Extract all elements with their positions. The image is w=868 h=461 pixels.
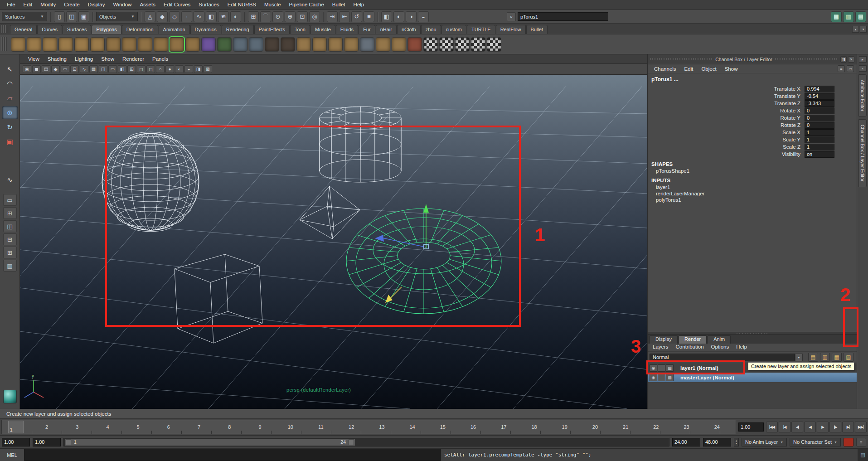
ipr-render-icon[interactable]: ◑ bbox=[406, 11, 417, 22]
attribute-value-field[interactable]: 0 bbox=[805, 115, 834, 121]
mirror-geometry-icon[interactable] bbox=[392, 37, 406, 52]
open-scene-icon[interactable]: ◫ bbox=[66, 11, 77, 22]
menuset-dropdown[interactable]: Surfaces ▼ bbox=[2, 12, 47, 21]
panel-header[interactable]: Channel Box / Layer Editor ◨× bbox=[648, 54, 857, 64]
shelf-tab[interactable]: Polygons bbox=[92, 25, 121, 34]
toggle-attribute-editor-icon[interactable]: ▥ bbox=[843, 11, 854, 22]
shelf-tab[interactable]: PaintEffects bbox=[254, 25, 290, 34]
grease-pencil-icon[interactable]: ∿ bbox=[80, 65, 88, 73]
attribute-label[interactable]: Translate X bbox=[648, 86, 805, 92]
layer-row[interactable]: ◉ ▩ layer1 (Normal) bbox=[648, 363, 857, 373]
poly-soccer-ball-icon[interactable] bbox=[170, 37, 184, 52]
layer-row[interactable]: ◉ ▩ masterLayer (Normal) bbox=[648, 373, 857, 382]
uv-checker-icon[interactable] bbox=[423, 37, 438, 52]
attribute-value-field[interactable]: on bbox=[805, 151, 834, 158]
menu-item[interactable]: Edit bbox=[19, 0, 37, 10]
move-tool[interactable]: ⊕ bbox=[2, 106, 18, 119]
grid-icon[interactable]: ▦ bbox=[89, 65, 98, 73]
layer-editor-menu-item[interactable]: Options bbox=[708, 344, 732, 351]
layer-editor-tab[interactable]: Display bbox=[650, 335, 678, 344]
panel-menu-item[interactable]: Renderer bbox=[119, 54, 148, 63]
layout-single-pane[interactable]: ▭ bbox=[3, 194, 17, 206]
curve-mask-icon[interactable]: ∿ bbox=[194, 11, 204, 22]
3d-viewport[interactable]: y persp (defaultRenderLayer) bbox=[20, 75, 647, 409]
step-forward-key-button[interactable]: ▶| bbox=[842, 422, 854, 432]
scale-tool[interactable]: ▣ bbox=[2, 135, 18, 148]
shelf-tab[interactable]: Deformation bbox=[122, 25, 158, 34]
go-to-start-button[interactable]: |◀◀ bbox=[766, 422, 778, 432]
soft-mod-tool[interactable]: ∿ bbox=[2, 173, 18, 186]
layer-renderable-cell[interactable] bbox=[658, 364, 665, 372]
channel-settings-icon[interactable]: ≡ bbox=[838, 65, 845, 72]
select-camera-icon[interactable]: ◉ bbox=[23, 65, 31, 73]
dock-icon[interactable]: ▸ bbox=[859, 56, 867, 63]
float-panel-icon[interactable]: ◨ bbox=[840, 56, 847, 63]
drag-handle[interactable] bbox=[775, 58, 838, 60]
layer-editor-menu-item[interactable]: Layers bbox=[650, 344, 672, 351]
step-forward-frame-button[interactable]: |▶ bbox=[829, 422, 841, 432]
insert-edge-loop-icon[interactable] bbox=[376, 37, 390, 52]
input-item[interactable]: renderLayerManager bbox=[648, 190, 857, 197]
poly-cone-icon[interactable] bbox=[58, 37, 73, 52]
command-input[interactable] bbox=[24, 449, 441, 461]
step-back-key-button[interactable]: |◀ bbox=[779, 422, 790, 432]
2d-pan-zoom-icon[interactable]: ⊡ bbox=[70, 65, 79, 73]
character-set-dropdown[interactable]: No Character Set ▼ bbox=[790, 438, 841, 446]
menu-item[interactable]: Muscle bbox=[260, 0, 285, 10]
image-plane-icon[interactable]: ▭ bbox=[61, 65, 69, 73]
shelf-up-icon[interactable]: ▴ bbox=[852, 26, 859, 33]
paint-select-tool[interactable]: ▱ bbox=[2, 92, 18, 105]
uv-checker-icon[interactable] bbox=[471, 37, 485, 52]
attribute-label[interactable]: Rotate X bbox=[648, 108, 805, 113]
layout-outliner-persp[interactable]: ▥ bbox=[3, 260, 17, 272]
layout-two-pane-side[interactable]: ◫ bbox=[3, 220, 17, 232]
shelf-tab[interactable]: Fur bbox=[359, 25, 375, 34]
anim-layer-dropdown[interactable]: No Anim Layer ▼ bbox=[742, 438, 787, 446]
poly-plane-icon[interactable] bbox=[74, 37, 89, 52]
attribute-label[interactable]: Translate Y bbox=[648, 93, 805, 99]
step-back-frame-button[interactable]: ◀| bbox=[791, 422, 803, 432]
lasso-tool[interactable]: ◠ bbox=[2, 77, 18, 90]
boolean-union-icon[interactable] bbox=[265, 37, 279, 52]
shelf-tab[interactable]: zhou bbox=[421, 25, 441, 34]
menu-item[interactable]: Assets bbox=[136, 0, 160, 10]
play-backwards-button[interactable]: ◀ bbox=[804, 422, 816, 432]
poly-pyramid-icon[interactable] bbox=[122, 37, 136, 52]
bookmark-icon[interactable]: ◆ bbox=[51, 65, 60, 73]
quick-select-mode-icon[interactable]: ⌕ bbox=[507, 12, 516, 21]
drag-handle[interactable] bbox=[650, 58, 713, 60]
panel-menu-item[interactable]: Panels bbox=[149, 54, 172, 63]
persp-view-thumbnail[interactable] bbox=[3, 390, 17, 403]
attribute-label[interactable]: Translate Z bbox=[648, 101, 805, 106]
animation-start-field[interactable] bbox=[2, 438, 30, 446]
panel-menu-item[interactable]: Shading bbox=[44, 54, 70, 63]
snap-to-view-plane-icon[interactable]: ⊡ bbox=[297, 11, 308, 22]
safe-action-icon[interactable]: ◻ bbox=[137, 65, 145, 73]
shelf-grip[interactable] bbox=[1, 25, 7, 33]
attribute-value-field[interactable]: 1 bbox=[805, 136, 834, 143]
layout-two-pane-stacked[interactable]: ⊟ bbox=[3, 233, 17, 245]
auto-keyframe-button[interactable] bbox=[844, 438, 853, 446]
playback-speed-field[interactable] bbox=[738, 422, 764, 432]
film-gate-icon[interactable]: ◫ bbox=[99, 65, 107, 73]
point-mask-icon[interactable]: ∙ bbox=[181, 11, 192, 22]
blend-mode-dropdown[interactable]: Normal ▼ bbox=[650, 354, 803, 361]
attribute-value-field[interactable]: 0 bbox=[805, 107, 834, 114]
render-settings-icon[interactable]: ◒ bbox=[418, 11, 429, 22]
animation-preferences-button[interactable]: ≡ bbox=[856, 438, 866, 446]
attribute-value-field[interactable]: 1 bbox=[805, 129, 834, 136]
separate-icon[interactable] bbox=[249, 37, 263, 52]
new-layer-icon[interactable]: ▦ bbox=[832, 353, 842, 362]
shelf-tab[interactable]: Fluids bbox=[336, 25, 358, 34]
toggle-modeling-toolkit-icon[interactable]: ▦ bbox=[831, 11, 842, 22]
command-language-toggle[interactable]: MEL bbox=[0, 449, 24, 461]
uv-editor-icon[interactable] bbox=[487, 37, 501, 52]
selection-mode-dropdown[interactable]: Objects ▼ bbox=[96, 12, 138, 21]
layout-three-pane[interactable]: ⊞ bbox=[3, 247, 17, 258]
quick-select-input[interactable] bbox=[518, 12, 608, 21]
shelf-down-icon[interactable]: ▾ bbox=[860, 26, 867, 33]
poly-torus-icon[interactable] bbox=[90, 37, 105, 52]
range-start-handle[interactable] bbox=[66, 439, 71, 445]
attribute-label[interactable]: Scale Z bbox=[648, 144, 805, 150]
menu-item[interactable]: Bullet bbox=[328, 0, 349, 10]
